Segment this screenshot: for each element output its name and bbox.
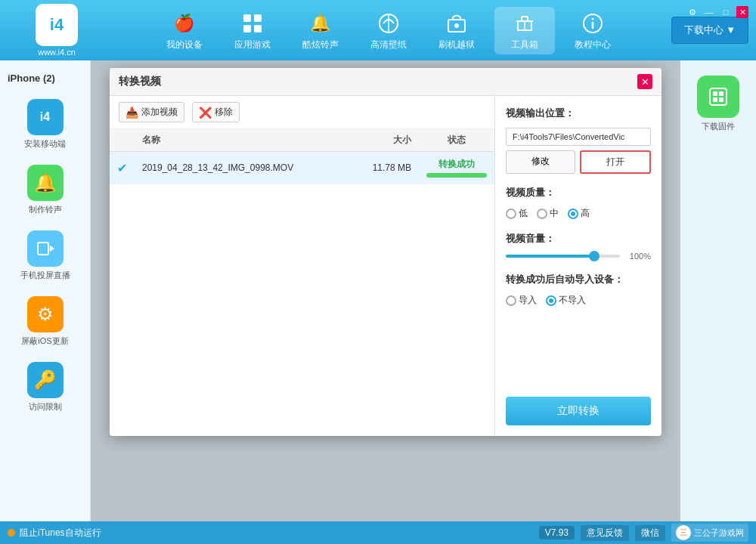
open-button[interactable]: 打开: [580, 150, 651, 174]
volume-group: 视频音量： 100%: [506, 232, 651, 261]
wechat-button[interactable]: 微信: [635, 525, 665, 541]
maximize-button[interactable]: □: [720, 6, 732, 18]
firmware-label: 下载固件: [702, 121, 735, 132]
svg-rect-1: [254, 14, 262, 22]
convert-button[interactable]: 立即转换: [506, 397, 651, 425]
svg-rect-13: [38, 243, 48, 255]
dialog-left-panel: 📥 添加视频 ❌ 移除: [110, 96, 495, 436]
quality-low-radio: [506, 209, 516, 219]
right-sidebar: 下载固件: [680, 60, 756, 521]
auto-import-no[interactable]: 不导入: [546, 294, 586, 307]
quality-low[interactable]: 低: [506, 207, 528, 220]
svg-rect-16: [713, 91, 717, 96]
download-center-button[interactable]: 下载中心 ▼: [671, 17, 748, 44]
minimize-button[interactable]: —: [703, 6, 715, 18]
svg-point-7: [454, 23, 459, 28]
auto-import-yes[interactable]: 导入: [506, 294, 537, 307]
sidebar-item-ringtone[interactable]: 🔔 制作铃声: [0, 157, 90, 223]
right-item-firmware[interactable]: 下载固件: [697, 76, 739, 132]
nav-item-jailbreak[interactable]: 刷机越狱: [426, 7, 487, 54]
nav-item-ringtones[interactable]: 🔔 酷炫铃声: [290, 7, 351, 54]
feedback-button[interactable]: 意见反馈: [581, 525, 629, 541]
no-import-label: 不导入: [559, 294, 586, 307]
dialog-toolbar: 📥 添加视频 ❌ 移除: [110, 96, 494, 129]
sangongzi-logo: 三: [676, 525, 691, 540]
device-label: iPhone (2): [0, 68, 90, 91]
volume-thumb[interactable]: [589, 251, 600, 261]
file-status: 转换成功: [419, 152, 494, 184]
dialog-right-panel: 视频输出位置： F:\i4Tools7\Files\ConvertedVic 修…: [495, 96, 662, 436]
check-icon: ✔: [117, 162, 127, 175]
auto-import-group: 转换成功后自动导入设备： 导入 不导入: [506, 273, 651, 307]
sidebar-item-access[interactable]: 🔑 访问限制: [0, 354, 90, 420]
svg-rect-2: [243, 25, 251, 32]
sidebar-label-access: 访问限制: [29, 401, 62, 413]
volume-row: 100%: [506, 252, 651, 261]
logo-area: i4 www.i4.cn: [8, 4, 106, 57]
svg-rect-17: [719, 91, 723, 96]
nav-items: 🍎 我的设备 应用游戏 🔔 酷炫铃声 高清壁纸 刷机越狱: [106, 7, 671, 54]
info-icon: [579, 10, 606, 37]
ringtone-icon: 🔔: [27, 165, 64, 201]
path-buttons: 修改 打开: [506, 150, 651, 174]
quality-mid-radio: [537, 209, 547, 219]
nav-item-app-games[interactable]: 应用游戏: [222, 7, 283, 54]
svg-rect-8: [522, 17, 528, 21]
nav-item-tutorials[interactable]: 教程中心: [562, 7, 623, 54]
sidebar-item-screen[interactable]: 手机投屏直播: [0, 223, 90, 289]
logo-icon: i4: [36, 4, 78, 46]
add-video-button[interactable]: 📥 添加视频: [119, 102, 184, 122]
status-left: 阻止iTunes自动运行: [8, 527, 531, 539]
quality-label: 视频质量：: [506, 186, 651, 199]
ios-block-icon: ⚙: [27, 296, 64, 332]
auto-import-label: 转换成功后自动导入设备：: [506, 273, 651, 286]
output-path-value: F:\i4Tools7\Files\ConvertedVic: [506, 128, 651, 146]
status-dot: [8, 529, 15, 536]
quality-mid[interactable]: 中: [537, 207, 559, 220]
logo-subtitle: www.i4.cn: [38, 48, 76, 57]
nav-item-toolbox[interactable]: 工具箱: [494, 7, 555, 54]
close-window-button[interactable]: ✕: [736, 6, 748, 18]
status-right: V7.93 意见反馈 微信 三 三公子游戏网: [539, 524, 748, 542]
dialog-close-button[interactable]: ✕: [637, 74, 652, 89]
volume-label: 视频音量：: [506, 232, 651, 246]
status-bar: 阻止iTunes自动运行 V7.93 意见反馈 微信 三 三公子游戏网: [0, 521, 756, 544]
svg-rect-15: [710, 88, 727, 105]
import-label: 导入: [519, 294, 537, 307]
sidebar-item-ios-block[interactable]: ⚙ 屏蔽iOS更新: [0, 289, 90, 354]
file-table: 名称 大小 状态 ✔ 2019_04_28_13_42_IMG_0998.MOV: [110, 129, 494, 436]
top-toolbar: i4 www.i4.cn 🍎 我的设备 应用游戏 🔔 酷炫铃声 高清壁纸: [0, 0, 756, 60]
dialog-title: 转换视频: [119, 75, 161, 88]
svg-rect-0: [243, 14, 251, 22]
table-row: ✔ 2019_04_28_13_42_IMG_0998.MOV 11.78 MB…: [110, 152, 494, 184]
col-header-size: 大小: [358, 129, 419, 152]
quality-high-label: 高: [581, 207, 590, 220]
bell-icon: 🔔: [307, 10, 334, 37]
sidebar-label-screen: 手机投屏直播: [20, 270, 70, 281]
nav-label-app-games: 应用游戏: [234, 39, 271, 51]
svg-marker-14: [50, 246, 54, 252]
progress-fill: [426, 173, 487, 178]
col-header-name: 名称: [135, 129, 358, 152]
quality-high[interactable]: 高: [568, 207, 590, 220]
add-icon: 📥: [125, 107, 138, 119]
quality-group: 视频质量： 低 中: [506, 186, 651, 220]
quality-radio-group: 低 中 高: [506, 207, 651, 220]
remove-button[interactable]: ❌ 移除: [192, 102, 240, 122]
nav-label-ringtones: 酷炫铃声: [302, 39, 339, 51]
svg-rect-19: [719, 97, 723, 102]
modify-button[interactable]: 修改: [506, 150, 575, 174]
output-path-label: 视频输出位置：: [506, 107, 651, 120]
sangongzi-link[interactable]: 三 三公子游戏网: [671, 524, 748, 542]
sidebar-item-install[interactable]: i4 安装移动端: [0, 91, 90, 157]
volume-slider[interactable]: [506, 255, 620, 258]
file-name: 2019_04_28_13_42_IMG_0998.MOV: [135, 152, 358, 184]
nav-label-toolbox: 工具箱: [511, 39, 538, 51]
version-badge: V7.93: [539, 526, 575, 539]
nav-item-my-device[interactable]: 🍎 我的设备: [154, 7, 215, 54]
settings-icon[interactable]: ⚙: [686, 6, 699, 18]
nav-label-jailbreak: 刷机越狱: [438, 39, 475, 51]
main-area: iPhone (2) i4 安装移动端 🔔 制作铃声 手机投屏直播 ⚙ 屏蔽iO…: [0, 60, 756, 521]
nav-item-wallpaper[interactable]: 高清壁纸: [358, 7, 419, 54]
col-header-status: 状态: [419, 129, 494, 152]
